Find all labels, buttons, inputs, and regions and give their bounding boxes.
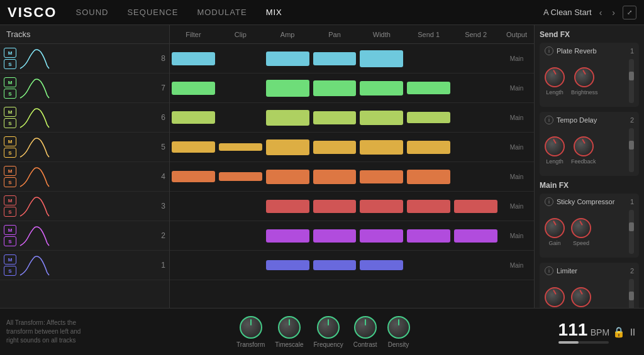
grid-cell-0-2[interactable] xyxy=(264,44,311,73)
fx-fader[interactable] xyxy=(629,59,634,103)
expand-button[interactable]: ⤢ xyxy=(623,6,636,19)
track-1-mute[interactable]: M xyxy=(4,254,16,265)
track-6-solo[interactable]: S xyxy=(4,118,16,128)
grid-output-2[interactable]: Main xyxy=(499,114,534,121)
grid-cell-2-2[interactable] xyxy=(264,103,311,132)
grid-cell-6-5[interactable] xyxy=(405,221,452,250)
nav-modulate[interactable]: MODULATE xyxy=(197,8,247,17)
fx-info-icon[interactable]: i xyxy=(545,197,553,206)
lock-icon[interactable]: 🔒 xyxy=(613,327,625,337)
track-6-mute[interactable]: M xyxy=(4,107,16,117)
grid-cell-4-1[interactable] xyxy=(217,162,264,191)
nav-sequence[interactable]: SEQUENCE xyxy=(127,8,178,17)
track-5-mute[interactable]: M xyxy=(4,136,16,146)
track-1-solo[interactable]: S xyxy=(4,266,16,276)
fx-fader[interactable] xyxy=(629,210,634,254)
pause-icon[interactable]: ⏸ xyxy=(628,327,638,337)
grid-cell-5-4[interactable] xyxy=(358,192,405,221)
bottom-knob-timescale[interactable] xyxy=(278,316,301,339)
track-4-solo[interactable]: S xyxy=(4,177,16,187)
grid-cell-7-1[interactable] xyxy=(217,251,264,280)
grid-cell-6-6[interactable] xyxy=(452,221,499,250)
track-8-solo[interactable]: S xyxy=(4,59,16,69)
track-4-mute[interactable]: M xyxy=(4,166,16,176)
grid-cell-3-6[interactable] xyxy=(452,133,499,161)
grid-cell-0-4[interactable] xyxy=(358,44,405,73)
track-8-mute[interactable]: M xyxy=(4,48,16,58)
track-7-mute[interactable]: M xyxy=(4,77,16,87)
grid-output-4[interactable]: Main xyxy=(499,173,534,180)
track-5-solo[interactable]: S xyxy=(4,148,16,158)
preset-next-arrow[interactable]: › xyxy=(609,6,618,19)
preset-prev-arrow[interactable]: ‹ xyxy=(597,6,605,19)
grid-cell-3-2[interactable] xyxy=(264,133,311,161)
grid-cell-4-3[interactable] xyxy=(311,162,358,191)
grid-cell-6-0[interactable] xyxy=(170,221,217,250)
fx-knob-feedback[interactable] xyxy=(574,136,594,156)
grid-cell-1-1[interactable] xyxy=(217,74,264,102)
bottom-knob-transform[interactable] xyxy=(240,316,262,339)
grid-cell-5-0[interactable] xyxy=(170,192,217,221)
grid-cell-0-3[interactable] xyxy=(311,44,358,73)
grid-cell-7-4[interactable] xyxy=(358,251,405,280)
grid-output-1[interactable]: Main xyxy=(499,85,534,92)
grid-cell-5-6[interactable] xyxy=(452,192,499,221)
grid-cell-4-0[interactable] xyxy=(170,162,217,191)
bottom-knob-frequency[interactable] xyxy=(317,316,340,339)
fx-fader[interactable] xyxy=(629,128,634,172)
grid-cell-7-6[interactable] xyxy=(452,251,499,280)
grid-cell-1-5[interactable] xyxy=(405,74,452,102)
nav-mix[interactable]: MIX xyxy=(266,8,282,17)
grid-cell-1-3[interactable] xyxy=(311,74,358,102)
fx-info-icon[interactable]: i xyxy=(545,46,553,55)
grid-cell-3-3[interactable] xyxy=(311,133,358,161)
track-3-solo[interactable]: S xyxy=(4,207,16,217)
grid-cell-6-4[interactable] xyxy=(358,221,405,250)
grid-cell-1-0[interactable] xyxy=(170,74,217,102)
fx-knob-speed[interactable] xyxy=(571,218,591,238)
track-3-mute[interactable]: M xyxy=(4,195,16,205)
grid-cell-0-1[interactable] xyxy=(217,44,264,73)
grid-output-7[interactable]: Main xyxy=(499,262,534,269)
fx-knob-gain[interactable] xyxy=(545,287,565,307)
grid-cell-2-5[interactable] xyxy=(405,103,452,132)
grid-output-6[interactable]: Main xyxy=(499,232,534,239)
grid-cell-0-0[interactable] xyxy=(170,44,217,73)
fx-knob-gain[interactable] xyxy=(545,218,565,238)
grid-output-5[interactable]: Main xyxy=(499,203,534,210)
grid-cell-0-6[interactable] xyxy=(452,44,499,73)
grid-cell-1-4[interactable] xyxy=(358,74,405,102)
grid-cell-2-4[interactable] xyxy=(358,103,405,132)
grid-cell-1-2[interactable] xyxy=(264,74,311,102)
grid-cell-2-0[interactable] xyxy=(170,103,217,132)
grid-cell-6-3[interactable] xyxy=(311,221,358,250)
bottom-knob-density[interactable] xyxy=(387,316,410,339)
grid-cell-1-6[interactable] xyxy=(452,74,499,102)
grid-cell-2-6[interactable] xyxy=(452,103,499,132)
grid-cell-5-2[interactable] xyxy=(264,192,311,221)
fx-info-icon[interactable]: i xyxy=(545,116,553,124)
fx-knob-speed[interactable] xyxy=(571,287,591,307)
track-2-solo[interactable]: S xyxy=(4,236,16,246)
track-2-mute[interactable]: M xyxy=(4,225,16,235)
grid-cell-2-3[interactable] xyxy=(311,103,358,132)
fx-knob-length[interactable] xyxy=(545,136,565,156)
grid-cell-3-1[interactable] xyxy=(217,133,264,161)
grid-cell-5-3[interactable] xyxy=(311,192,358,221)
nav-sound[interactable]: SOUND xyxy=(75,8,108,17)
grid-cell-3-5[interactable] xyxy=(405,133,452,161)
grid-cell-7-0[interactable] xyxy=(170,251,217,280)
grid-cell-3-0[interactable] xyxy=(170,133,217,161)
fx-knob-length[interactable] xyxy=(545,67,565,87)
grid-cell-4-5[interactable] xyxy=(405,162,452,191)
grid-cell-7-2[interactable] xyxy=(264,251,311,280)
track-7-solo[interactable]: S xyxy=(4,89,16,99)
grid-cell-0-5[interactable] xyxy=(405,44,452,73)
grid-cell-6-1[interactable] xyxy=(217,221,264,250)
grid-cell-6-2[interactable] xyxy=(264,221,311,250)
grid-cell-4-6[interactable] xyxy=(452,162,499,191)
grid-cell-7-3[interactable] xyxy=(311,251,358,280)
grid-cell-7-5[interactable] xyxy=(405,251,452,280)
grid-cell-3-4[interactable] xyxy=(358,133,405,161)
grid-cell-4-4[interactable] xyxy=(358,162,405,191)
